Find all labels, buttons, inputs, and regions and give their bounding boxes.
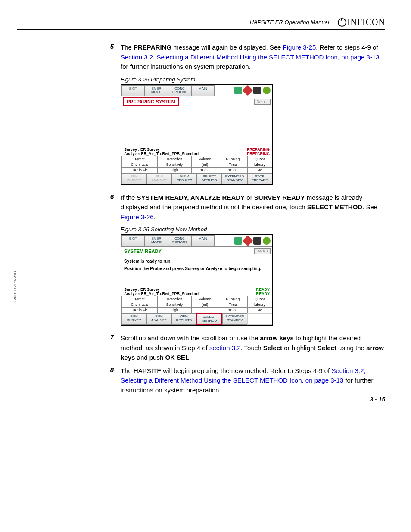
details-button[interactable]: Details (254, 99, 271, 105)
analyze-row: Analyze: ER_Air_Tri-Bed_PPB_Standard REA… (121, 292, 272, 296)
bottom-bar: RUN SURVEY RUN ANALYZE VIEW RESULTS SELE… (121, 313, 272, 325)
step-body: Scroll up and down with the scroll bar o… (121, 333, 385, 363)
xref-link[interactable]: section 3.2 (209, 344, 241, 352)
text: for further instructions on system prepa… (121, 63, 251, 70)
info-icon[interactable] (242, 235, 253, 246)
table-row: TargetDetectionVolumeRunningQuant (122, 296, 272, 302)
table-row: ChemicalsSensitivity(ml)TimeLibrary (122, 162, 272, 168)
status-icon (263, 87, 271, 94)
step-number: 6 (108, 193, 114, 222)
empty-button (247, 313, 272, 325)
extended-standby-button[interactable]: EXTENDED STANDBY (222, 173, 247, 184)
main-button[interactable]: MAIN (191, 235, 215, 246)
main-button[interactable]: MAIN (191, 85, 215, 96)
cell: 100.0 (192, 168, 218, 173)
text: . Touch (241, 344, 263, 352)
cell: Detection (157, 296, 192, 302)
cell (192, 307, 218, 313)
text: or (245, 194, 254, 201)
cell: (ml) (192, 302, 218, 307)
text: or highlight (282, 344, 318, 352)
view-results-button[interactable]: VIEW RESULTS (171, 313, 196, 325)
cell: Library (247, 162, 272, 168)
run-survey-button[interactable]: RUN SURVEY (121, 313, 146, 325)
text: The (121, 44, 134, 51)
cell: Chemicals (122, 162, 158, 168)
exit-button[interactable]: EXIT (121, 85, 145, 96)
step-7: 7 Scroll up and down with the scroll bar… (108, 333, 385, 363)
survey-label: Survey : ER Survey (124, 147, 160, 152)
help-icon[interactable] (234, 237, 242, 245)
conc-options-button[interactable]: CONC OPTIONS (168, 235, 191, 246)
figure-25-caption: Figure 3-25 Preparing System (121, 76, 385, 83)
exit-button[interactable]: EXIT (121, 235, 145, 246)
view-results-button[interactable]: VIEW RESULTS (172, 173, 197, 184)
bold-text: arrow keys (260, 334, 294, 342)
cell: High (157, 168, 192, 173)
run-analyze-button[interactable]: RUN ANALYZE (146, 313, 171, 325)
page-number: 3 - 15 (370, 396, 385, 403)
xref-link[interactable]: Figure 3-25 (283, 44, 316, 51)
table-row: ChemicalsSensitivity(ml)TimeLibrary (122, 302, 272, 307)
brand-logo: INFICON (338, 17, 385, 27)
survey-row: Survey : ER Survey PREPARING (121, 147, 272, 152)
bold-text: Select (263, 344, 282, 352)
step-8: 8 The HAPSITE will begin preparing the n… (108, 366, 385, 395)
run-survey-button: RUN SURVEY (121, 173, 146, 184)
msg-line: Position the Probe and press Survey or A… (124, 266, 270, 271)
doc-id-side: IPN 074-471-P1B (13, 271, 17, 302)
cell: Volume (192, 156, 218, 162)
step-body: If the SYSTEM READY, ANALYZE READY or SU… (121, 193, 385, 222)
cell: (ml) (192, 162, 218, 168)
xref-link[interactable]: Section 3.2, Selecting a Different Metho… (121, 53, 380, 61)
conc-options-button[interactable]: CONC OPTIONS (168, 85, 191, 96)
status-row: PREPARING SYSTEM Details (121, 96, 272, 107)
xref-link[interactable]: Figure 3-26 (121, 213, 154, 221)
text: . Refer to steps 4-9 of (316, 44, 378, 51)
cell: Time (218, 302, 248, 307)
cell: High (157, 307, 192, 313)
battery-icon (253, 87, 261, 94)
stop-prepare-button[interactable]: STOP PREPARE (247, 173, 272, 184)
bold-text: Select (318, 344, 336, 352)
bold-text: OK SEL (165, 354, 189, 361)
analyze-status: READY (256, 292, 270, 296)
emer-mode-button[interactable]: EMER MODE (145, 235, 168, 246)
bold-text: SURVEY READY (254, 194, 305, 201)
text: The HAPSITE will begin preparing the new… (121, 367, 331, 374)
cell: Library (247, 302, 272, 307)
run-analyze-button: RUN ANALYZE (146, 173, 171, 184)
msg-line: System is ready to run. (124, 259, 270, 264)
cell: Volume (192, 296, 218, 302)
cell: No (247, 168, 272, 173)
cell: 10:00 (218, 307, 248, 313)
battery-icon (253, 237, 261, 245)
cell: Time (218, 162, 248, 168)
cell: No (247, 307, 272, 313)
info-icon[interactable] (242, 85, 253, 96)
cell: Detection (157, 156, 192, 162)
ss-topbar: EXIT EMER MODE CONC OPTIONS MAIN (121, 235, 272, 247)
select-method-button[interactable]: SELECT METHOD (196, 313, 222, 325)
text: using the (336, 344, 366, 352)
manual-title: HAPSITE ER Operating Manual (250, 19, 329, 25)
brand-text: INFICON (347, 17, 385, 27)
message-area (121, 107, 272, 147)
ss-topbar: EXIT EMER MODE CONC OPTIONS MAIN (121, 85, 272, 97)
bottom-bar: RUN SURVEY RUN ANALYZE VIEW RESULTS SELE… (121, 173, 272, 184)
step-6: 6 If the SYSTEM READY, ANALYZE READY or … (108, 193, 385, 222)
step-body: The PREPARING message will again be disp… (121, 43, 385, 72)
text: and push (135, 354, 165, 361)
table-row: TIC in AirHigh100.010:00No (122, 168, 272, 173)
analyze-label: Analyze: ER_Air_Tri-Bed_PPB_Standard (124, 152, 199, 156)
details-button[interactable]: Details (254, 248, 271, 254)
survey-status: READY (256, 287, 270, 292)
step-body: The HAPSITE will begin preparing the new… (121, 366, 385, 395)
extended-standby-button[interactable]: EXTENDED STANDBY (222, 313, 247, 325)
select-method-button[interactable]: SELECT METHOD (197, 173, 222, 184)
cell: Sensitivity (157, 162, 192, 168)
emer-mode-button[interactable]: EMER MODE (145, 85, 168, 96)
help-icon[interactable] (234, 87, 242, 94)
status-row: SYSTEM READY Details (121, 247, 272, 255)
figure-26-caption: Figure 3-26 Selecting New Method (121, 226, 385, 233)
